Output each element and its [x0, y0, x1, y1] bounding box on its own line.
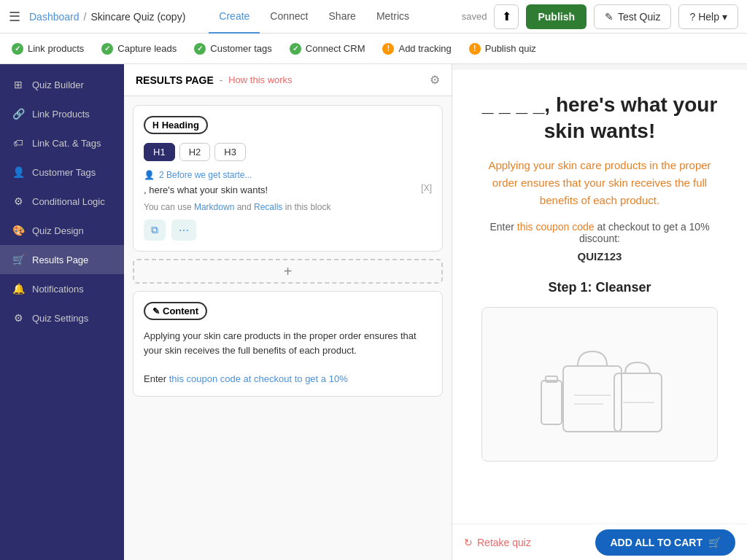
- add-block-button[interactable]: +: [133, 259, 443, 284]
- sidebar-item-link-products[interactable]: 🔗 Link Products: [0, 99, 124, 128]
- tab-metrics[interactable]: Metrics: [366, 0, 419, 34]
- content-block: ✎ Content Applying your skin care produc…: [133, 291, 443, 397]
- svg-rect-0: [563, 366, 622, 432]
- product-illustration: [519, 322, 680, 446]
- saved-label: saved: [462, 11, 487, 22]
- step-add-tracking-label: Add tracking: [398, 43, 451, 54]
- sidebar-item-conditional-logic[interactable]: ⚙ Conditional Logic: [0, 187, 124, 216]
- h2-button[interactable]: H2: [179, 143, 211, 161]
- main-layout: ⊞ Quiz Builder 🔗 Link Products 🏷 Link Ca…: [0, 64, 747, 560]
- tab-connect[interactable]: Connect: [260, 0, 318, 34]
- editor-gear-button[interactable]: ⚙: [430, 73, 440, 87]
- content-text: Applying your skin care products in the …: [144, 329, 432, 386]
- test-quiz-button[interactable]: ✎ Test Quiz: [594, 4, 671, 29]
- markdown-note: You can use Markdown and Recalls in this…: [144, 202, 432, 212]
- cart-icon: 🛒: [12, 254, 25, 265]
- breadcrumb: Dashboard / Skincare Quiz (copy): [29, 11, 185, 23]
- sidebar-item-quiz-builder[interactable]: ⊞ Quiz Builder: [0, 70, 124, 99]
- add-all-to-cart-button[interactable]: ADD ALL TO CART 🛒: [595, 529, 735, 556]
- step-customer-tags-label: Customer tags: [210, 43, 272, 54]
- export-button[interactable]: ⬆: [494, 4, 519, 29]
- nav-tabs: Create Connect Share Metrics: [209, 0, 419, 34]
- step-connect-crm-label: Connect CRM: [306, 43, 365, 54]
- markdown-prefix: You can use: [144, 202, 194, 212]
- sidebar-item-quiz-design[interactable]: 🎨 Quiz Design: [0, 216, 124, 245]
- gear-icon: ⚙: [12, 312, 25, 324]
- step-capture-leads-label: Capture leads: [117, 43, 177, 54]
- user-recall-line: 👤 2 Before we get starte...: [144, 170, 432, 180]
- more-options-button[interactable]: ⋯: [171, 219, 196, 241]
- sidebar-label-link-cat-tags: Link Cat. & Tags: [32, 138, 101, 149]
- sidebar-label-quiz-settings: Quiz Settings: [32, 313, 88, 324]
- content-badge: ✎ Content: [144, 302, 207, 320]
- h1-button[interactable]: H1: [144, 143, 175, 161]
- heading-block: H Heading H1 H2 H3 👤 2 Before we get sta…: [133, 105, 443, 252]
- top-navbar: ☰ Dashboard / Skincare Quiz (copy) Creat…: [0, 0, 747, 34]
- sidebar-item-customer-tags[interactable]: 👤 Customer Tags: [0, 158, 124, 187]
- sidebar: ⊞ Quiz Builder 🔗 Link Products 🏷 Link Ca…: [0, 64, 124, 560]
- hamburger-icon[interactable]: ☰: [9, 9, 20, 25]
- sidebar-item-results-page[interactable]: 🛒 Results Page: [0, 245, 124, 274]
- heading-text-line: , here's what your skin wants! [X]: [144, 183, 432, 196]
- retake-quiz-label: Retake quiz: [477, 537, 531, 548]
- dashboard-link[interactable]: Dashboard: [29, 11, 80, 23]
- step-check-customer-tags: ✓: [194, 43, 206, 55]
- grid-icon: ⊞: [12, 79, 25, 90]
- step-customer-tags[interactable]: ✓ Customer tags: [194, 43, 272, 55]
- step-publish-quiz[interactable]: ! Publish quiz: [469, 43, 536, 55]
- h3-button[interactable]: H3: [214, 143, 246, 161]
- sidebar-label-conditional-logic: Conditional Logic: [32, 196, 105, 207]
- publish-button[interactable]: Publish: [526, 4, 587, 29]
- heading-badge: H Heading: [144, 116, 208, 134]
- help-icon: ?: [689, 11, 695, 23]
- remove-button[interactable]: [X]: [421, 183, 432, 193]
- content-edit-icon: ✎: [152, 306, 160, 316]
- heading-block-header: H Heading: [144, 116, 432, 134]
- breadcrumb-current: Skincare Quiz (copy): [90, 11, 185, 23]
- link-icon: 🔗: [12, 108, 25, 120]
- heading-level-buttons: H1 H2 H3: [144, 143, 432, 161]
- step-link-products-label: Link products: [28, 43, 84, 54]
- sidebar-label-results-page: Results Page: [32, 254, 88, 265]
- sidebar-item-link-cat-tags[interactable]: 🏷 Link Cat. & Tags: [0, 128, 124, 158]
- preview-coupon-text: Enter this coupon code at checkout to ge…: [481, 221, 718, 244]
- cart-icon: 🛒: [708, 537, 721, 548]
- recalls-link[interactable]: Recalls: [254, 202, 282, 212]
- sidebar-item-notifications[interactable]: 🔔 Notifications: [0, 274, 124, 303]
- nav-right: saved ⬆ Publish ✎ Test Quiz ? Help ▾: [462, 4, 738, 29]
- step-connect-crm[interactable]: ✓ Connect CRM: [290, 43, 365, 55]
- step-check-publish-quiz: !: [469, 43, 481, 55]
- markdown-and: and: [237, 202, 254, 212]
- tab-create[interactable]: Create: [209, 0, 260, 34]
- step-check-connect-crm: ✓: [290, 43, 301, 55]
- sidebar-label-quiz-builder: Quiz Builder: [32, 79, 84, 90]
- help-label: Help: [698, 11, 719, 23]
- chevron-down-icon: ▾: [722, 11, 727, 23]
- retake-quiz-button[interactable]: ↻ Retake quiz: [464, 537, 531, 548]
- step-capture-leads[interactable]: ✓ Capture leads: [101, 43, 177, 55]
- preview-scrollbar-area: [452, 64, 747, 70]
- how-this-works-link[interactable]: How this works: [228, 74, 292, 85]
- step-check-add-tracking: !: [382, 43, 394, 55]
- sidebar-label-notifications: Notifications: [32, 284, 84, 295]
- coupon-link: this coupon code: [517, 221, 595, 233]
- editor-header: RESULTS PAGE - How this works ⚙: [124, 64, 452, 96]
- step-link-products[interactable]: ✓ Link products: [12, 43, 84, 55]
- sidebar-item-quiz-settings[interactable]: ⚙ Quiz Settings: [0, 303, 124, 332]
- editor-scroll: H Heading H1 H2 H3 👤 2 Before we get sta…: [124, 96, 452, 560]
- step-check-link-products: ✓: [12, 43, 23, 55]
- markdown-link[interactable]: Markdown: [194, 202, 234, 212]
- step-check-capture-leads: ✓: [101, 43, 113, 55]
- bell-icon: 🔔: [12, 283, 25, 295]
- user-icon: 👤: [144, 170, 155, 180]
- help-button[interactable]: ? Help ▾: [678, 4, 738, 29]
- tab-share[interactable]: Share: [319, 0, 366, 34]
- step-add-tracking[interactable]: ! Add tracking: [382, 43, 451, 55]
- step-publish-quiz-label: Publish quiz: [485, 43, 536, 54]
- copy-block-button[interactable]: ⧉: [144, 219, 166, 241]
- product-placeholder: [481, 307, 718, 462]
- step-heading: Step 1: Cleanser: [481, 280, 718, 295]
- edit-icon: ✎: [605, 11, 614, 23]
- heading-text: , here's what your skin wants!: [144, 184, 268, 195]
- heading-block-actions: ⧉ ⋯: [144, 219, 432, 241]
